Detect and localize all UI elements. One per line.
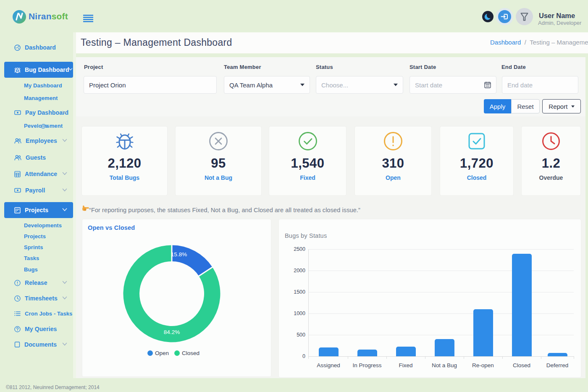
svg-text:15.8%: 15.8% [171,251,187,258]
svg-text:84.2%: 84.2% [164,329,180,335]
